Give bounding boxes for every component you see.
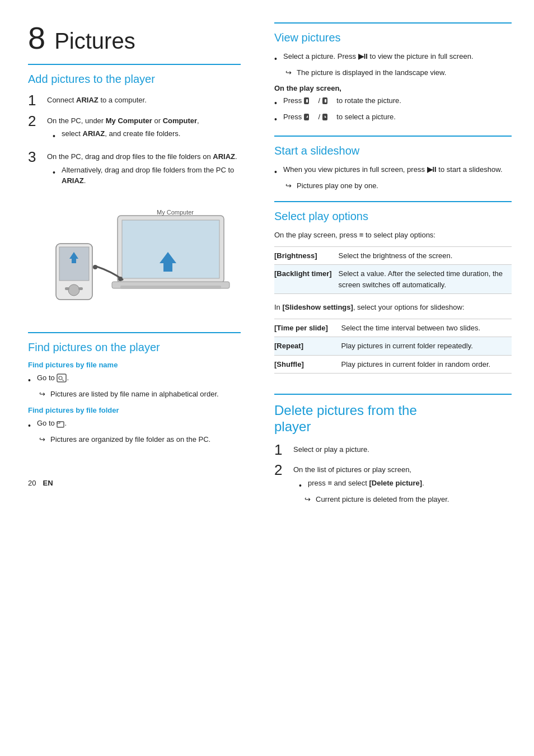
- find-by-name-bullets: • Go to .: [28, 372, 241, 386]
- delete-section-heading: Delete pictures from the player: [274, 403, 512, 435]
- svg-rect-8: [65, 287, 69, 290]
- on-play-screen-label: On the play screen,: [274, 84, 512, 92]
- option-timeslide-key: [Time per slide]: [274, 319, 341, 337]
- find-by-name-arrow-text: Pictures are listed by file name in alph…: [50, 389, 219, 400]
- step-1-content: Connect ARIAZ to a computer.: [47, 92, 241, 106]
- step-1-number: 1: [28, 92, 41, 109]
- slideshow-arrow-1-text: Pictures play one by one.: [297, 180, 378, 192]
- delete-step-2-content: On the list of pictures or play screen, …: [293, 462, 512, 507]
- step-2-bullet-1: • select ARIAZ, and create file folders.: [53, 128, 241, 142]
- ariaz-bold-2: ARIAZ: [83, 129, 105, 138]
- delete-pictures-section: Delete pictures from the player 1 Select…: [274, 403, 512, 507]
- ariaz-bold-3: ARIAZ: [213, 152, 235, 161]
- delete-step-2-bullet-1: • press ≡ and select [Delete picture].: [299, 478, 512, 492]
- chapter-title: Pictures: [54, 30, 135, 52]
- option-brightness-key: [Brightness]: [274, 246, 339, 265]
- option-brightness-value: Select the brightness of the screen.: [339, 246, 512, 265]
- svg-rect-3: [120, 286, 221, 289]
- find-by-name-item: • Go to .: [28, 372, 241, 386]
- play-screen-bullet-2: • Press / to select a picture.: [274, 111, 512, 125]
- select-icon-down: [322, 113, 335, 121]
- search-icon: [57, 374, 67, 382]
- view-bullets: • Select a picture. Press ▶II to view th…: [274, 51, 512, 65]
- svg-line-16: [62, 380, 64, 381]
- step-3-bullet-1: • Alternatively, drag and drop file fold…: [53, 165, 241, 186]
- svg-rect-22: [325, 99, 326, 102]
- play-options-section: Select play options On the play screen, …: [274, 210, 512, 374]
- add-section-heading: Add pictures to the player: [28, 73, 241, 86]
- view-bullet-1: • Select a picture. Press ▶II to view th…: [274, 51, 512, 65]
- find-by-name-arrow: ↪ Pictures are listed by file name in al…: [39, 389, 241, 400]
- delete-arrow-1-text: Current picture is deleted from the play…: [316, 494, 449, 505]
- slideshow-settings-intro: In [Slideshow settings], select your opt…: [274, 302, 512, 313]
- section-divider-play-options: [274, 201, 512, 202]
- option-timeslide-row: [Time per slide] Select the time interva…: [274, 319, 512, 337]
- rotate-icon-left: [304, 97, 316, 105]
- view-pictures-section: View pictures • Select a picture. Press …: [274, 31, 512, 125]
- folder-icon: [57, 420, 64, 428]
- ariaz-bold-4: ARIAZ: [62, 176, 84, 185]
- view-arrow-1: ↪ The picture is displayed in the landsc…: [285, 67, 512, 78]
- ariaz-bold-1: ARIAZ: [76, 96, 99, 104]
- option-backlight-value: Select a value. After the selected time …: [339, 265, 512, 294]
- play-options-intro: On the play screen, press ≡ to select pl…: [274, 230, 512, 241]
- option-shuffle-value: Play pictures in current folder in rando…: [341, 355, 512, 374]
- play-screen-bullet-1: • Press / to rotate the picture.: [274, 95, 512, 109]
- svg-point-7: [68, 284, 79, 296]
- slideshow-options-table: [Time per slide] Select the time interva…: [274, 319, 512, 374]
- svg-text:My Computer: My Computer: [157, 209, 194, 216]
- find-by-name-heading: Find pictures by file name: [28, 361, 241, 369]
- delete-step-2-bullets: • press ≡ and select [Delete picture].: [299, 478, 512, 492]
- option-repeat-key: [Repeat]: [274, 337, 341, 356]
- delete-step-1-number: 1: [274, 442, 288, 458]
- step-3-bullets: • Alternatively, drag and drop file fold…: [53, 165, 241, 186]
- svg-rect-23: [304, 114, 309, 120]
- option-shuffle-key: [Shuffle]: [274, 355, 341, 374]
- option-repeat-value: Play pictures in current folder repeated…: [341, 337, 512, 356]
- step-3-number: 3: [28, 149, 41, 165]
- svg-rect-17: [57, 422, 64, 427]
- my-computer-bold: My Computer: [106, 116, 152, 125]
- add-pictures-section: Add pictures to the player 1 Connect ARI…: [28, 73, 241, 189]
- slideshow-heading: Start a slideshow: [274, 144, 512, 157]
- svg-rect-9: [78, 287, 83, 290]
- step-2-content: On the PC, under My Computer or Computer…: [47, 113, 241, 145]
- find-section-heading: Find pictures on the player: [28, 341, 241, 354]
- rotate-icon-right: [322, 97, 335, 105]
- select-icon-up: [304, 113, 316, 121]
- play-options-heading: Select play options: [274, 210, 512, 223]
- step-2-number: 2: [28, 113, 41, 129]
- page-lang: EN: [43, 479, 53, 487]
- play-screen-bullets: • Press / to rotate the picture. • Press…: [274, 95, 512, 125]
- svg-point-15: [59, 376, 62, 380]
- step-1: 1 Connect ARIAZ to a computer.: [28, 92, 241, 109]
- svg-point-12: [118, 277, 123, 281]
- delete-heading-line1: Delete pictures from the: [274, 403, 417, 418]
- page-number: 20: [28, 479, 36, 487]
- step-3-content: On the PC, drag and drop files to the fi…: [47, 149, 241, 189]
- option-backlight-row: [Backlight timer] Select a value. After …: [274, 265, 512, 294]
- find-by-folder-item: • Go to .: [28, 418, 241, 432]
- section-divider-delete: [274, 394, 512, 395]
- slideshow-arrow-1: ↪ Pictures play one by one.: [285, 180, 512, 192]
- find-by-folder-bullets: • Go to .: [28, 418, 241, 432]
- slideshow-bullet-1: • When you view pictures in full screen,…: [274, 164, 512, 178]
- slideshow-section: Start a slideshow • When you view pictur…: [274, 144, 512, 192]
- delete-arrow-1: ↪ Current picture is deleted from the pl…: [305, 494, 512, 505]
- svg-rect-6: [59, 247, 89, 281]
- step-3-bullet-1-text: Alternatively, drag and drop file folder…: [62, 165, 241, 186]
- option-shuffle-row: [Shuffle] Play pictures in current folde…: [274, 355, 512, 374]
- section-divider-add: [28, 64, 241, 65]
- step-2-bullet-1-text: select ARIAZ, and create file folders.: [62, 128, 180, 139]
- find-by-folder-arrow-text: Pictures are organized by file folder as…: [50, 434, 210, 445]
- slideshow-bullet-1-text: When you view pictures in full screen, p…: [283, 164, 503, 175]
- find-by-folder-heading: Find pictures by file folder: [28, 406, 241, 414]
- chapter-number: 8: [28, 22, 45, 54]
- svg-rect-20: [306, 99, 308, 102]
- option-brightness-row: [Brightness] Select the brightness of th…: [274, 246, 512, 265]
- view-arrow-1-text: The picture is displayed in the landscap…: [297, 67, 446, 78]
- section-divider-slideshow: [274, 136, 512, 137]
- delete-step-1: 1 Select or play a picture.: [274, 442, 512, 458]
- delete-heading-line2: player: [274, 419, 311, 434]
- delete-step-2-number: 2: [274, 462, 288, 478]
